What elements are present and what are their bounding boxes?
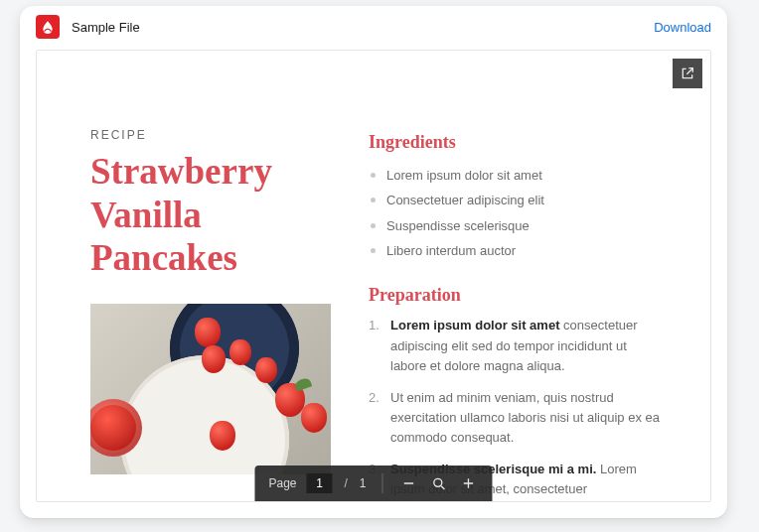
ingredient-item: Libero interdum auctor [369, 238, 663, 263]
recipe-photo [90, 304, 331, 474]
svg-line-2 [441, 486, 444, 489]
page-toolbar: Page / 1 [254, 466, 492, 501]
ingredient-item: Suspendisse scelerisque [369, 213, 663, 238]
document-page: RECIPE Strawberry Vanilla Pancakes [37, 51, 710, 501]
pdf-icon [36, 15, 60, 39]
page-label: Page [268, 476, 296, 490]
viewer-header: Sample File Download [20, 6, 727, 50]
ingredients-list: Lorem ipsum dolor sit amet Consectetuer … [369, 163, 663, 263]
recipe-overline: RECIPE [90, 128, 331, 142]
document-viewer-card: Sample File Download RECIPE Strawberry V… [20, 6, 727, 518]
page-separator: / [345, 476, 348, 490]
zoom-reset-button[interactable] [429, 473, 449, 493]
preparation-step: Lorem ipsum dolor sit amet consectetuer … [369, 316, 663, 375]
popout-button[interactable] [673, 59, 702, 88]
document-viewport: RECIPE Strawberry Vanilla Pancakes [36, 50, 711, 502]
zoom-in-button[interactable] [459, 473, 479, 493]
download-link[interactable]: Download [654, 20, 711, 35]
preparation-step: Ut enim ad minim veniam, quis nostrud ex… [369, 388, 663, 448]
current-page-input[interactable] [307, 473, 333, 493]
zoom-out-button[interactable] [399, 473, 419, 493]
ingredient-item: Lorem ipsum dolor sit amet [369, 163, 663, 188]
ingredient-item: Consectetuer adipiscing elit [369, 188, 663, 212]
svg-point-1 [434, 478, 442, 486]
recipe-title: Strawberry Vanilla Pancakes [90, 150, 331, 280]
ingredients-heading: Ingredients [369, 132, 663, 153]
file-title: Sample File [72, 20, 140, 35]
preparation-heading: Preparation [369, 285, 663, 306]
total-pages: 1 [360, 476, 367, 490]
